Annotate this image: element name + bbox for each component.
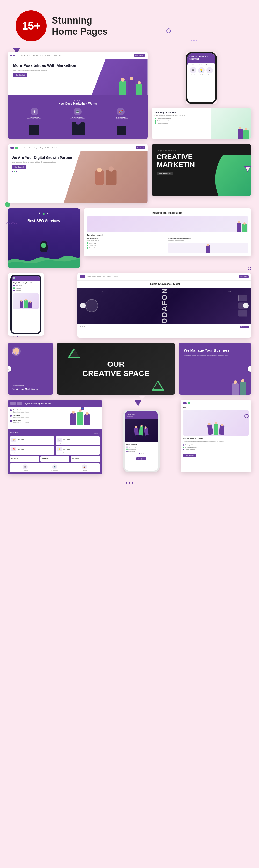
row3-left: ✦ ◐ ✦ Best SEO Services — [8, 208, 80, 268]
right-arrow-btn[interactable]: › — [248, 366, 251, 372]
deco-triangle-2 — [106, 400, 177, 407]
project-title: Project Showcase - Slider — [78, 281, 251, 287]
project-phone-screen: Project Slider Your portfolio — [125, 411, 158, 471]
event-2: 📊 Top Events Lorem ipsum dolor — [56, 436, 100, 445]
seo-title: Best SEO Services — [8, 208, 80, 223]
hero-btn[interactable]: Get Started — [13, 73, 27, 77]
project-content: HomeAboutPagesBlogPortfolioContact Get S… — [78, 273, 251, 338]
row4: 📊 Digital Marketing Principles Introduct… — [8, 273, 251, 338]
slider-next[interactable]: › — [243, 303, 249, 309]
phone-steps: ⚙ Step 1 💡 Step 2 ✓ Step 3 — [189, 67, 214, 75]
creative-space-title: OUR CREATIVE SPACE — [82, 360, 149, 378]
deco-circle-2 — [248, 267, 251, 270]
seo-card: ✦ ◐ ✦ Best SEO Services — [8, 208, 80, 268]
manage-illus — [232, 382, 246, 395]
hero-title: More Possibilities With Markethon — [13, 63, 78, 68]
row6-right: Our — [180, 400, 251, 472]
row4-left: 📊 Digital Marketing Principles Introduct… — [8, 273, 74, 336]
project-footer-btn[interactable]: Get Quote — [239, 326, 249, 328]
badge-circle: 15+ — [16, 10, 47, 41]
svg-point-2 — [18, 352, 19, 354]
row1-right: It's Good To Start For Something How Doe… — [151, 52, 251, 139]
header-section: 15+ Stunning Home Pages — [0, 0, 259, 46]
event-1: 🏆 Top Events Lorem ipsum dolor — [10, 436, 54, 445]
principles-content: Digital Marketing Principles Introductio… — [8, 400, 102, 474]
row3-right: Beyond The Imagination Amazing Layout — [84, 208, 252, 256]
hero-illustration — [78, 59, 148, 95]
steps-row: ⚙ 1. Planning WHAT YOU CONSIDER 💻 2. Dev… — [13, 108, 142, 120]
construction-card: Our — [180, 400, 251, 472]
phone-card-1: It's Good To Start For Something How Doe… — [186, 52, 217, 104]
construction-btn[interactable]: Get Started — [183, 454, 196, 457]
beyond-grid: Why Choose Us Lorem ipsum dolor sit Feat… — [87, 238, 249, 253]
phone-portrait: 📊 Digital Marketing Principles Introduct… — [10, 275, 41, 334]
seo-wave — [8, 254, 80, 268]
left-arrow-btn[interactable]: ‹ — [8, 366, 11, 372]
project-nav: HomeAboutPagesBlogPortfolioContact Get S… — [78, 273, 251, 281]
header-title: Stunning Home Pages — [52, 15, 108, 37]
nav-items: Home About Pages Blog Portfolio Contact … — [21, 55, 60, 56]
seo-rocket — [40, 241, 48, 252]
offer-items: Digital Marketing SEO Optimization Brand… — [126, 446, 156, 452]
events-section: Top Events View All → 🏆 Top Events Lorem… — [8, 429, 102, 474]
deco-circle-top — [166, 28, 171, 33]
deco-circle-bottom — [244, 414, 249, 418]
project-logo — [80, 275, 85, 278]
row5-center: OUR CREATIVE SPACE — [57, 343, 175, 395]
row5: ‹ Management Business Solutions — [8, 343, 251, 395]
project-footer: Let's Discuss Get Quote — [78, 324, 251, 330]
phone-illus — [13, 293, 38, 309]
project-slider: 01 03 VODAFONE ‹ › — [78, 287, 251, 324]
beyond-content: Beyond The Imagination Amazing Layout — [84, 208, 252, 256]
phone-slider — [125, 419, 158, 442]
phone-body: How Does Markethon Works ⚙ Step 1 💡 Step… — [187, 63, 215, 77]
project-phone-outer: Project Slider Your portfolio — [123, 410, 160, 472]
principle-2: Overview Lorem ipsum dolor sit amet — [10, 414, 59, 418]
events-grid: 🏆 Top Events Lorem ipsum dolor 📊 Top Eve… — [10, 436, 100, 455]
growth-nav: HomeAboutPagesBlogPortfolioContact Us Ge… — [8, 144, 148, 151]
steps-icons-row: ⚙ 1. Planning 💻 2. Development 🚀 3. Laun… — [10, 463, 100, 472]
svg-point-0 — [12, 352, 13, 354]
manage-content: › We Manage Your Business Lorem ipsum do… — [179, 343, 251, 395]
solution-illus — [237, 129, 249, 139]
seo-content: ✦ ◐ ✦ Best SEO Services — [8, 208, 80, 268]
badge-text: 15+ — [22, 20, 40, 32]
creative-btn[interactable]: ORDER NOW — [157, 172, 173, 176]
vodafone-text: VODAFONE — [160, 287, 169, 324]
construction-title: Our — [183, 406, 249, 408]
principle-3: Deep Dive Lorem ipsum dolor sit amet — [10, 420, 59, 423]
step-1: ⚙ 1. Planning WHAT YOU CONSIDER — [27, 108, 41, 120]
works-title: How Does Markethon Works — [13, 102, 142, 105]
manage-title: We Manage Your Business — [184, 348, 234, 353]
creative-card: Target your audience CREATIVE MARKETIN O… — [151, 144, 251, 196]
creative-space-content: OUR CREATIVE SPACE — [57, 343, 175, 395]
event-3: 🎯 Top Events Lorem ipsum dolor — [10, 446, 54, 455]
hero-subtitle: Lorem ipsum dolor sit amet consectetur a… — [13, 69, 78, 71]
solution-title: Best Digital Solution — [154, 111, 211, 114]
get-quote-btn[interactable]: Get Quote — [136, 457, 146, 460]
row2-right: Target your audience CREATIVE MARKETIN O… — [151, 144, 251, 196]
row1: Home About Pages Blog Portfolio Contact … — [8, 52, 251, 139]
growth-btn[interactable]: Get Started — [12, 165, 26, 169]
row4-right: HomeAboutPagesBlogPortfolioContact Get S… — [78, 273, 251, 338]
screenshots-container: Home About Pages Blog Portfolio Contact … — [0, 52, 259, 484]
construction-illus — [183, 410, 249, 436]
event-6: Top Events Lorem ipsum — [40, 456, 70, 462]
nav-btn: Get Started — [134, 54, 145, 57]
how-it-works: ● ● ● ● ● How Does Markethon Works ⚙ 1. … — [8, 95, 148, 139]
principles-card: Digital Marketing Principles Introductio… — [8, 400, 102, 474]
beyond-card: Beyond The Imagination Amazing Layout — [84, 208, 252, 256]
row2-left: HomeAboutPagesBlogPortfolioContact Us Ge… — [8, 144, 148, 203]
project-showcase-card: HomeAboutPagesBlogPortfolioContact Get S… — [78, 273, 251, 338]
growth-content: We Are Your Digital Growth Partner Lorem… — [8, 151, 148, 203]
solution-features: Feature one lorem ipsum Feature two dolo… — [154, 118, 248, 124]
manage-text: Lorem ipsum dolor sit amet consectetur a… — [184, 354, 231, 356]
phone-screen: It's Good To Start For Something How Doe… — [187, 53, 215, 102]
project-phone-card: Project Slider Your portfolio — [123, 410, 160, 472]
principle-1: Introduction Lorem ipsum dolor sit amet — [10, 409, 59, 413]
project-nav-btn[interactable]: Get Started — [239, 275, 249, 278]
solution-inner: Best Digital Solution Lorem ipsum dolor … — [151, 108, 251, 139]
row2: HomeAboutPagesBlogPortfolioContact Us Ge… — [8, 144, 251, 203]
slider-prev[interactable]: ‹ — [80, 303, 86, 309]
construction-features: Building solutions Event management Proj… — [183, 444, 249, 450]
